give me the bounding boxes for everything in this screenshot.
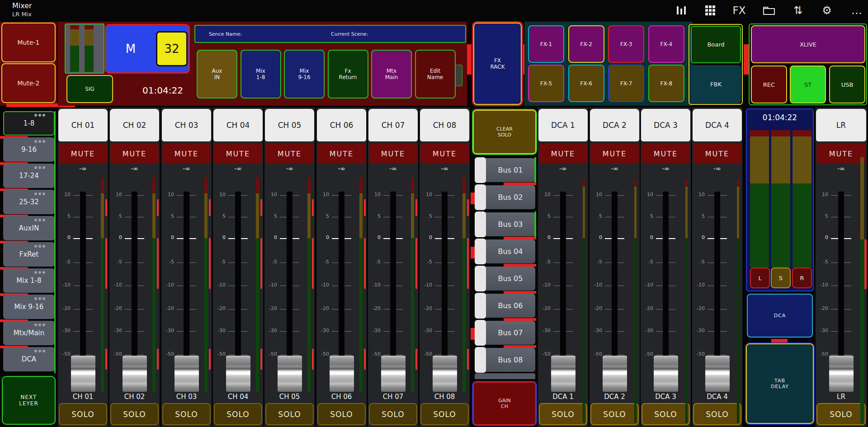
fx-slot-button[interactable]: FX-5 bbox=[528, 65, 564, 102]
bus-select-button[interactable]: Bus 06 bbox=[475, 294, 535, 318]
fader-cap[interactable] bbox=[123, 356, 147, 392]
scene-tab-button[interactable]: Mix 9-16 bbox=[284, 50, 325, 99]
solo-button[interactable]: SOLO bbox=[369, 403, 417, 425]
mute-button[interactable]: MUTE bbox=[162, 144, 211, 164]
strip-header[interactable]: CH 05 bbox=[265, 109, 314, 141]
mute-group-2-button[interactable]: Mute-2 bbox=[1, 63, 56, 103]
fx-slot-button[interactable]: FX-3 bbox=[608, 25, 644, 63]
solo-button[interactable]: SOLO bbox=[816, 403, 866, 425]
bus-select-button[interactable]: Bus 01 bbox=[475, 158, 535, 182]
sidebar-tab-auxin[interactable]: AuxIN bbox=[3, 216, 55, 240]
mute-button[interactable]: MUTE bbox=[110, 144, 159, 164]
fx-rack-button[interactable]: FX RACK bbox=[473, 23, 522, 105]
xlive-button[interactable]: XLIVE bbox=[751, 25, 865, 63]
tab-delay-button[interactable]: TAB DELAY bbox=[746, 343, 814, 424]
bus-select-button[interactable]: Bus 07 bbox=[475, 321, 535, 345]
sidebar-tab-dca[interactable]: DCA bbox=[3, 347, 55, 371]
solo-button[interactable]: SOLO bbox=[539, 403, 587, 425]
rec-button[interactable]: REC bbox=[751, 66, 787, 103]
folder-icon[interactable] bbox=[756, 0, 782, 21]
mute-button[interactable]: MUTE bbox=[539, 144, 587, 164]
s-monitor-button[interactable]: S bbox=[771, 267, 791, 288]
fader-cap[interactable] bbox=[433, 356, 457, 392]
fader-cap[interactable] bbox=[381, 356, 406, 392]
sig-indicator-button[interactable]: SIG bbox=[66, 75, 113, 103]
fader-cap[interactable] bbox=[705, 356, 730, 392]
bus-select-button[interactable]: Bus 02 bbox=[475, 185, 535, 209]
strip-header[interactable]: CH 04 bbox=[213, 109, 263, 141]
solo-button[interactable]: SOLO bbox=[110, 403, 159, 425]
fader-cap[interactable] bbox=[603, 356, 627, 392]
scene-tab-button[interactable]: Mtx Main bbox=[371, 50, 412, 99]
mute-button[interactable]: MUTE bbox=[214, 144, 262, 164]
solo-button[interactable]: SOLO bbox=[420, 403, 469, 425]
solo-button[interactable]: SOLO bbox=[265, 403, 314, 425]
l-monitor-button[interactable]: L bbox=[750, 267, 770, 288]
mute-button[interactable]: MUTE bbox=[265, 144, 314, 164]
fx-slot-button[interactable]: FX-7 bbox=[608, 65, 644, 102]
fader-cap[interactable] bbox=[654, 356, 678, 392]
strip-header[interactable]: CH 01 bbox=[58, 109, 108, 141]
bus-select-button[interactable]: Bus 08 bbox=[475, 348, 535, 372]
apps-grid-icon[interactable] bbox=[697, 0, 723, 21]
solo-button[interactable]: SOLO bbox=[590, 403, 639, 425]
clear-solo-button[interactable]: CLEAR SOLO bbox=[473, 110, 536, 154]
bus-select-button[interactable]: Bus 05 bbox=[475, 267, 535, 291]
fader-cap[interactable] bbox=[278, 356, 302, 392]
mute-button[interactable]: MUTE bbox=[693, 144, 741, 164]
channel-count-badge[interactable]: 32 bbox=[156, 31, 188, 66]
bus-select-button[interactable]: Bus 03 bbox=[475, 212, 535, 236]
mute-button[interactable]: MUTE bbox=[369, 144, 417, 164]
sidebar-tab-fxret[interactable]: FxRet bbox=[3, 242, 55, 267]
scene-tab-button[interactable]: Aux IN bbox=[197, 50, 237, 99]
solo-button[interactable]: SOLO bbox=[59, 403, 107, 425]
sidebar-tab-1-8[interactable]: 1-8 bbox=[3, 111, 55, 136]
strip-header[interactable]: DCA 4 bbox=[693, 109, 742, 141]
mute-button[interactable]: MUTE bbox=[816, 144, 866, 164]
strip-header[interactable]: LR bbox=[816, 109, 866, 141]
strip-header[interactable]: DCA 2 bbox=[590, 109, 639, 141]
fader-cap[interactable] bbox=[226, 356, 250, 392]
strip-header[interactable]: DCA 1 bbox=[538, 109, 588, 141]
strip-header[interactable]: DCA 3 bbox=[641, 109, 690, 141]
sidebar-tab-9-16[interactable]: 9-16 bbox=[3, 137, 55, 162]
sidebar-tab-25-32[interactable]: 25-32 bbox=[3, 190, 55, 214]
r-monitor-button[interactable]: R bbox=[792, 267, 812, 288]
fx-nav-icon[interactable]: FX bbox=[726, 0, 752, 21]
mute-group-1-button[interactable]: Mute-1 bbox=[1, 23, 56, 62]
next-layer-button[interactable]: NEXT LEYER bbox=[2, 376, 56, 425]
board-button[interactable]: Board bbox=[691, 26, 741, 63]
strip-header[interactable]: CH 07 bbox=[368, 109, 418, 141]
strip-header[interactable]: CH 02 bbox=[110, 109, 159, 141]
fader-cap[interactable] bbox=[829, 356, 854, 392]
scene-tab-button[interactable]: Mix 1-8 bbox=[241, 50, 281, 99]
st-button[interactable]: ST bbox=[790, 66, 826, 103]
sidebar-tab-mtx-main[interactable]: Mtx/Main bbox=[3, 321, 55, 345]
fx-slot-button[interactable]: FX-2 bbox=[568, 25, 604, 63]
solo-button[interactable]: SOLO bbox=[693, 403, 741, 425]
fader-cap[interactable] bbox=[71, 356, 95, 392]
io-arrows-icon[interactable]: ⇅ bbox=[785, 0, 811, 21]
dca-mode-button[interactable]: DCA bbox=[747, 294, 813, 338]
fader-cap[interactable] bbox=[330, 356, 354, 392]
solo-button[interactable]: SOLO bbox=[162, 403, 211, 425]
fx-slot-button[interactable]: FX-1 bbox=[528, 25, 564, 63]
gain-ch-button[interactable]: GAIN CH bbox=[473, 382, 536, 425]
mono-select-button[interactable]: M32 bbox=[105, 24, 190, 74]
bus-select-button[interactable]: Bus 04 bbox=[475, 239, 535, 263]
fader-cap[interactable] bbox=[175, 356, 199, 392]
sidebar-tab-mix-1-8[interactable]: Mix 1-8 bbox=[3, 268, 55, 293]
strip-header[interactable]: CH 08 bbox=[420, 109, 469, 141]
strip-header[interactable]: CH 03 bbox=[162, 109, 211, 141]
scene-tab-button[interactable]: Edit Name bbox=[415, 50, 456, 99]
mute-button[interactable]: MUTE bbox=[642, 144, 690, 164]
sidebar-tab-17-24[interactable]: 17-24 bbox=[3, 164, 55, 188]
scene-tab-button[interactable]: Fx Return bbox=[328, 50, 368, 99]
more-menu-icon[interactable]: … bbox=[844, 0, 868, 21]
mute-button[interactable]: MUTE bbox=[420, 144, 469, 164]
strip-header[interactable]: CH 06 bbox=[317, 109, 366, 141]
settings-gear-icon[interactable]: ⚙ bbox=[814, 0, 840, 21]
fbk-button[interactable]: FBK bbox=[691, 65, 741, 103]
solo-button[interactable]: SOLO bbox=[214, 403, 262, 425]
fader-cap[interactable] bbox=[551, 356, 576, 392]
